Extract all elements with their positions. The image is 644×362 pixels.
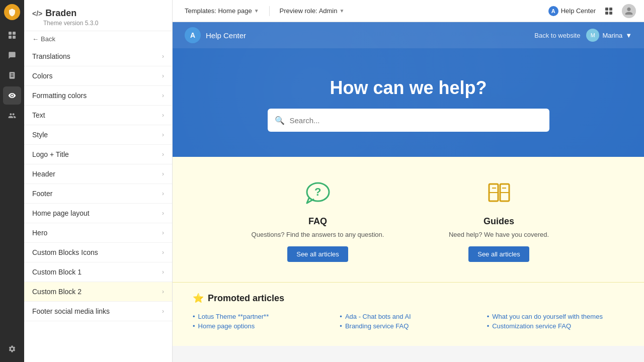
sidebar-item-custom-blocks-icons[interactable]: Custom Blocks Icons › xyxy=(24,243,172,262)
nav-eye-icon[interactable] xyxy=(3,86,21,105)
chevron-right-icon: › xyxy=(162,170,164,177)
sidebar-item-translations[interactable]: Translations › xyxy=(24,47,172,66)
sidebar-item-hero[interactable]: Hero › xyxy=(24,223,172,243)
dropdown-caret-icon: ▼ xyxy=(339,8,344,14)
dropdown-caret-icon: ▼ xyxy=(254,8,259,14)
chevron-right-icon: › xyxy=(162,72,164,79)
chevron-right-icon: › xyxy=(162,288,164,295)
sidebar-item-text[interactable]: Text › xyxy=(24,106,172,125)
nav-chat-icon[interactable] xyxy=(3,46,21,64)
sidebar-menu: Translations › Colors › Formatting color… xyxy=(24,47,172,362)
promoted-section: ⭐ Promoted articles Lotus Theme **partne… xyxy=(173,282,644,346)
chevron-right-icon: › xyxy=(162,229,164,236)
chevron-right-icon: › xyxy=(162,249,164,256)
app-logo[interactable] xyxy=(4,4,20,20)
theme-name: </> Braden xyxy=(32,8,164,19)
chevron-right-icon: › xyxy=(162,92,164,99)
chevron-right-icon: › xyxy=(162,112,164,119)
svg-rect-3 xyxy=(13,36,16,39)
preview-role-dropdown[interactable]: Preview role: Admin ▼ xyxy=(276,5,349,17)
sidebar-item-custom-block-1[interactable]: Custom Block 1 › xyxy=(24,262,172,282)
svg-rect-5 xyxy=(609,8,612,11)
list-item[interactable]: Home page options xyxy=(193,321,330,331)
topbar-left: Templates: Home page ▼ Preview role: Adm… xyxy=(181,5,542,17)
nav-book-icon[interactable] xyxy=(3,66,21,84)
chevron-right-icon: › xyxy=(162,151,164,158)
topbar: Templates: Home page ▼ Preview role: Adm… xyxy=(173,0,644,22)
promoted-col-3: What you can do yourself with themes Cus… xyxy=(487,312,624,331)
svg-text:?: ? xyxy=(314,186,321,198)
sidebar-item-footer-social[interactable]: Footer social media links › xyxy=(24,302,172,321)
chevron-right-icon: › xyxy=(162,131,164,138)
promoted-col-1: Lotus Theme **partner** Home page option… xyxy=(193,312,330,331)
templates-dropdown[interactable]: Templates: Home page ▼ xyxy=(181,5,263,17)
hero-section: A Help Center Back to website M Marina ▼ xyxy=(173,22,644,157)
search-bar[interactable]: 🔍 xyxy=(268,109,549,132)
icon-bar xyxy=(0,0,24,362)
sidebar-item-custom-block-2[interactable]: Custom Block 2 › xyxy=(24,282,172,302)
categories-section: ? FAQ Questions? Find the answers to any… xyxy=(173,157,644,282)
guides-title: Guides xyxy=(419,216,580,227)
back-link[interactable]: ← Back xyxy=(24,31,172,47)
topbar-divider xyxy=(269,6,270,16)
svg-rect-6 xyxy=(605,12,608,15)
hero-title: How can we help? xyxy=(183,77,634,99)
sidebar: </> Braden Theme version 5.3.0 ← Back Tr… xyxy=(24,0,173,362)
promoted-col-2: Ada - Chat bots and AI Branding service … xyxy=(340,312,476,331)
list-item[interactable]: Lotus Theme **partner** xyxy=(193,312,330,321)
chevron-right-icon: › xyxy=(162,210,164,217)
site-logo-area: A Help Center xyxy=(185,27,246,43)
sidebar-item-footer[interactable]: Footer › xyxy=(24,184,172,204)
grid-view-icon[interactable] xyxy=(602,4,616,18)
chevron-right-icon: › xyxy=(162,308,164,315)
site-name: Help Center xyxy=(206,31,246,40)
nav-grid-icon[interactable] xyxy=(3,26,21,44)
hero-content: How can we help? 🔍 xyxy=(183,52,634,132)
theme-version: Theme version 5.3.0 xyxy=(32,20,164,27)
svg-rect-1 xyxy=(13,32,16,35)
user-dropdown[interactable]: M Marina ▼ xyxy=(586,29,632,42)
sidebar-header: </> Braden Theme version 5.3.0 xyxy=(24,0,172,31)
user-avatar[interactable] xyxy=(622,4,636,18)
faq-icon: ? xyxy=(302,177,334,209)
preview-area: A Help Center Back to website M Marina ▼ xyxy=(173,22,644,362)
help-center-link[interactable]: A Help Center xyxy=(548,6,596,16)
promoted-title: ⭐ Promoted articles xyxy=(193,293,624,304)
faq-see-all-button[interactable]: See all articles xyxy=(287,246,348,262)
guides-see-all-button[interactable]: See all articles xyxy=(468,246,529,262)
main-area: Templates: Home page ▼ Preview role: Adm… xyxy=(173,0,644,362)
search-icon: 🔍 xyxy=(275,116,285,125)
svg-rect-2 xyxy=(9,36,12,39)
topbar-right: A Help Center xyxy=(548,4,636,18)
sidebar-item-style[interactable]: Style › xyxy=(24,125,172,145)
search-input[interactable] xyxy=(290,116,542,125)
promoted-grid: Lotus Theme **partner** Home page option… xyxy=(193,312,624,331)
hero-nav: A Help Center Back to website M Marina ▼ xyxy=(173,22,644,48)
sidebar-item-formatting-colors[interactable]: Formatting colors › xyxy=(24,86,172,106)
list-item[interactable]: Branding service FAQ xyxy=(340,321,476,331)
category-faq: ? FAQ Questions? Find the answers to any… xyxy=(237,177,398,262)
sidebar-item-home-page-layout[interactable]: Home page layout › xyxy=(24,204,172,223)
site-logo: A xyxy=(185,27,201,43)
user-avatar-preview: M xyxy=(586,29,599,42)
svg-rect-7 xyxy=(609,12,612,15)
sidebar-item-logo-title[interactable]: Logo + Title › xyxy=(24,145,172,164)
nav-right: Back to website M Marina ▼ xyxy=(534,29,632,42)
chevron-right-icon: › xyxy=(162,190,164,197)
list-item[interactable]: What you can do yourself with themes xyxy=(487,312,624,321)
chevron-right-icon: › xyxy=(162,53,164,60)
back-arrow-icon: ← xyxy=(32,35,39,43)
back-to-website-link[interactable]: Back to website xyxy=(534,32,580,39)
list-item[interactable]: Customization service FAQ xyxy=(487,321,624,331)
sidebar-item-colors[interactable]: Colors › xyxy=(24,66,172,86)
svg-rect-0 xyxy=(9,32,12,35)
faq-title: FAQ xyxy=(237,216,398,227)
help-icon: A xyxy=(548,6,558,16)
nav-people-icon[interactable] xyxy=(3,107,21,125)
star-icon: ⭐ xyxy=(193,293,204,304)
guides-icon xyxy=(483,177,515,209)
list-item[interactable]: Ada - Chat bots and AI xyxy=(340,312,476,321)
sidebar-item-header[interactable]: Header › xyxy=(24,164,172,184)
svg-rect-4 xyxy=(605,8,608,11)
nav-settings-icon[interactable] xyxy=(3,340,21,358)
